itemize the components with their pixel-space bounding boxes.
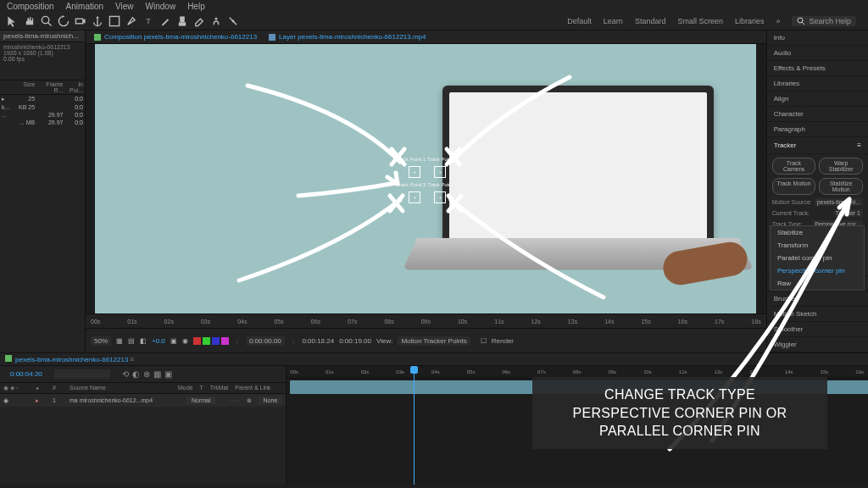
- track-type-option-raw[interactable]: Raw: [771, 277, 864, 290]
- ws-default[interactable]: Default: [567, 17, 592, 25]
- panel-paragraph[interactable]: Paragraph: [767, 122, 868, 137]
- project-row[interactable]: k...KB 250:0: [0, 103, 85, 111]
- view-label: View:: [376, 337, 392, 345]
- project-row[interactable]: ...29.970:0: [0, 111, 85, 119]
- track-point-3[interactable]: +: [409, 191, 420, 203]
- view-dropdown[interactable]: Motion Tracker Points: [398, 336, 470, 346]
- timeline-timecode[interactable]: 0:00:04:20: [5, 369, 47, 380]
- ws-libraries[interactable]: Libraries: [735, 17, 765, 25]
- channel-buttons[interactable]: [193, 337, 229, 345]
- svg-line-10: [230, 18, 236, 25]
- exposure-value[interactable]: +0.0: [152, 337, 165, 345]
- annotation-callout: CHANGE TRACK TYPE PERSPECTIVE CORNER PIN…: [532, 377, 827, 449]
- tracker-panel: Track Camera Warp Stabilizer Track Motio…: [767, 154, 868, 231]
- composition-viewer[interactable]: Track Point 1 Track Point 2 + + Track Po…: [86, 44, 766, 313]
- ws-standard[interactable]: Standard: [635, 17, 666, 25]
- viewer-time-ruler[interactable]: 00s01s02s03s04s05s06s07s08s09s10s11s12s1…: [86, 313, 766, 328]
- panel-align[interactable]: Align: [767, 92, 868, 107]
- right-panel-stack: Info Audio Effects & Presets Libraries A…: [766, 30, 868, 352]
- svg-point-8: [215, 18, 218, 20]
- panel-audio[interactable]: Audio: [767, 46, 868, 61]
- render-checkbox[interactable]: Render: [492, 337, 514, 345]
- channel-icon[interactable]: ◉: [182, 337, 188, 345]
- text-tool-icon[interactable]: T: [142, 15, 154, 27]
- ws-small[interactable]: Small Screen: [677, 17, 723, 25]
- panel-info[interactable]: Info: [767, 30, 868, 46]
- zoom-tool-icon[interactable]: [41, 15, 53, 27]
- panel-wiggler[interactable]: Wiggler: [767, 337, 868, 352]
- trkmat-dropdown[interactable]: [230, 400, 240, 402]
- project-row[interactable]: ▸250:0: [0, 95, 85, 103]
- graph-editor-icon[interactable]: ▦: [153, 369, 161, 379]
- track-type-menu: Stabilize Transform Parallel corner pin …: [770, 225, 865, 291]
- pen-tool-icon[interactable]: [125, 15, 137, 27]
- track-type-option-transform[interactable]: Transform: [771, 239, 864, 252]
- panel-motion-sketch[interactable]: Motion Sketch: [767, 307, 868, 322]
- menu-animation[interactable]: Animation: [66, 2, 103, 11]
- menu-view[interactable]: View: [115, 2, 134, 11]
- workspace-switcher: Default Learn Standard Small Screen Libr…: [567, 15, 861, 27]
- search-help-input[interactable]: Search Help: [792, 16, 856, 26]
- camera-tool-icon[interactable]: [75, 15, 86, 27]
- mask-icon[interactable]: ◧: [140, 337, 147, 345]
- clone-tool-icon[interactable]: [176, 15, 188, 27]
- track-point-1[interactable]: +: [409, 166, 420, 178]
- track-type-option-stabilize[interactable]: Stabilize: [771, 226, 864, 239]
- playhead[interactable]: [414, 366, 415, 485]
- track-camera-button[interactable]: Track Camera: [772, 158, 816, 175]
- menu-window[interactable]: Window: [146, 2, 176, 11]
- stabilize-motion-button[interactable]: Stabilize Motion: [819, 178, 863, 195]
- svg-rect-6: [180, 16, 185, 22]
- footage-laptop: [417, 86, 739, 306]
- track-type-option-parallel[interactable]: Parallel corner pin: [771, 252, 864, 264]
- layer-tab[interactable]: Layer pexels-tima-miroshnichenko-6612213…: [265, 32, 429, 42]
- ws-learn[interactable]: Learn: [604, 17, 623, 25]
- project-tab[interactable]: pexels-tima-miroshnich...: [0, 30, 85, 42]
- panel-tracker-header[interactable]: Tracker≡: [767, 137, 868, 154]
- panel-effects[interactable]: Effects & Presets: [767, 61, 868, 76]
- panel-smoother[interactable]: Smoother: [767, 322, 868, 337]
- track-type-option-perspective[interactable]: Perspective corner pin: [771, 264, 864, 277]
- ws-overflow-icon[interactable]: »: [776, 17, 780, 25]
- track-point-4[interactable]: +: [434, 191, 446, 203]
- main-menu: Composition Animation View Window Help: [0, 0, 868, 13]
- motion-source-dropdown[interactable]: pexels-tima-mi...: [815, 198, 863, 206]
- panel-brushes[interactable]: Brushes: [767, 291, 868, 307]
- puppet-tool-icon[interactable]: [227, 15, 239, 27]
- transparency-icon[interactable]: ▤: [128, 337, 135, 345]
- snapshot-icon[interactable]: ▣: [170, 337, 177, 345]
- menu-composition[interactable]: Composition: [7, 2, 54, 11]
- panel-libraries[interactable]: Libraries: [767, 76, 868, 92]
- parent-dropdown[interactable]: None: [259, 396, 283, 404]
- motion-blur-icon[interactable]: ⊗: [143, 369, 150, 379]
- composition-tab[interactable]: Composition pexels-tima-miroshnichenko-6…: [91, 32, 260, 42]
- timecode-current[interactable]: 0:00:00.00: [246, 336, 285, 346]
- track-motion-button[interactable]: Track Motion: [772, 178, 816, 195]
- viewer-footer: 50% ▦ ▤ ◧ +0.0 ▣ ◉ | 0:00:00.00 } 0:00:1…: [86, 328, 766, 352]
- timeline-search[interactable]: [54, 369, 110, 379]
- shape-tool-icon[interactable]: [108, 15, 120, 27]
- project-row[interactable]: ... MB29.970:0: [0, 119, 85, 126]
- shy-icon[interactable]: ⟲: [122, 369, 129, 379]
- frame-blend-icon[interactable]: ◐: [132, 369, 140, 379]
- blend-mode-dropdown[interactable]: Normal: [186, 396, 216, 404]
- rotate-tool-icon[interactable]: [58, 15, 70, 27]
- timeline-layer-row[interactable]: ◉ ▸ 1 ma miroshnichenko-6612...mp4 Norma…: [0, 394, 286, 407]
- anchor-tool-icon[interactable]: [92, 15, 103, 27]
- panel-character[interactable]: Character: [767, 107, 868, 122]
- timeline-tab[interactable]: pexels-tima-miroshnichenko-6612213 ≡: [0, 353, 868, 366]
- track-point-2[interactable]: +: [434, 166, 446, 178]
- selection-tool-icon[interactable]: [7, 15, 19, 27]
- hand-tool-icon[interactable]: [24, 15, 36, 27]
- zoom-dropdown[interactable]: 50%: [91, 336, 111, 346]
- brush-tool-icon[interactable]: [159, 15, 171, 27]
- eraser-tool-icon[interactable]: [193, 15, 205, 27]
- menu-help[interactable]: Help: [187, 2, 205, 11]
- draft-3d-icon[interactable]: ▣: [164, 369, 172, 379]
- svg-point-3: [97, 16, 99, 19]
- warp-stabilizer-button[interactable]: Warp Stabilizer: [819, 158, 863, 175]
- resolution-icon[interactable]: ▦: [116, 337, 123, 345]
- roto-tool-icon[interactable]: [210, 15, 222, 27]
- timecode-dur: 0:00:19.00: [339, 337, 371, 345]
- current-track-dropdown[interactable]: Tracker 1: [833, 209, 863, 217]
